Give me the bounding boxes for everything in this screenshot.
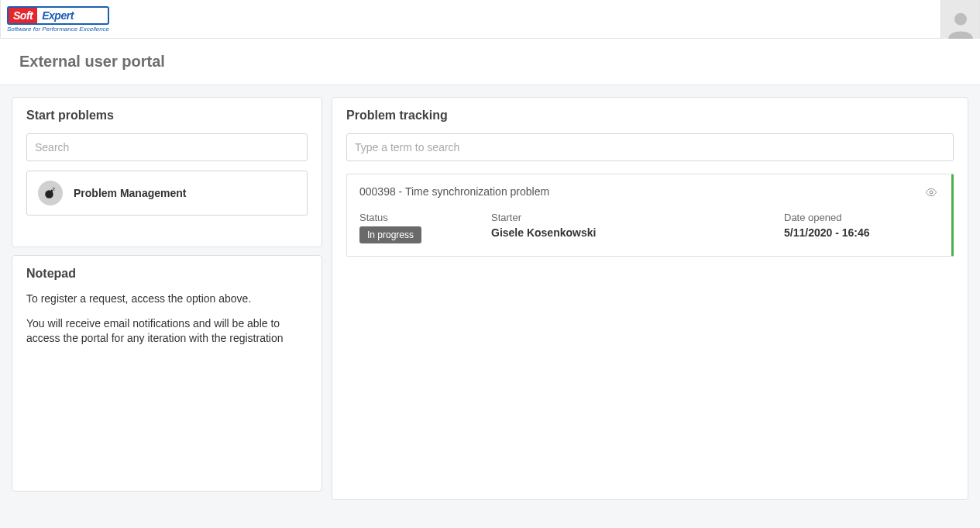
top-header: Soft Expert Software for Performance Exc… — [0, 0, 980, 39]
view-button[interactable] — [925, 187, 939, 201]
problem-tracking-heading: Problem tracking — [346, 109, 954, 123]
notepad-heading: Notepad — [26, 267, 308, 281]
notepad-line-2: You will receive email notifications and… — [26, 316, 308, 347]
user-avatar[interactable] — [940, 0, 979, 39]
problem-tracking-search-input[interactable] — [346, 133, 954, 161]
person-icon — [946, 9, 975, 39]
start-problems-panel: Start problems Problem Management — [12, 97, 322, 247]
svg-point-3 — [930, 191, 933, 194]
svg-point-0 — [954, 12, 967, 25]
date-opened-value: 5/11/2020 - 16:46 — [784, 226, 870, 239]
page-title: External user portal — [19, 53, 961, 71]
logo-tagline: Software for Performance Excellence — [7, 26, 109, 33]
problem-type-card[interactable]: Problem Management — [26, 171, 308, 216]
notepad-panel: Notepad To register a request, access th… — [12, 255, 322, 492]
page-title-bar: External user portal — [0, 39, 980, 85]
tracking-item-title: 000398 - Time synchronization problem — [359, 185, 939, 198]
eye-icon — [925, 188, 937, 197]
start-problems-heading: Start problems — [26, 109, 308, 123]
status-label: Status — [359, 212, 476, 223]
app-logo[interactable]: Soft Expert Software for Performance Exc… — [7, 6, 109, 33]
problem-type-label: Problem Management — [74, 187, 186, 199]
problem-tracking-panel: Problem tracking 000398 - Time synchroni… — [332, 97, 968, 500]
notepad-line-1: To register a request, access the option… — [26, 292, 308, 307]
date-opened-label: Date opened — [784, 212, 939, 223]
bomb-icon — [38, 181, 63, 205]
start-problems-search-input[interactable] — [26, 133, 308, 161]
starter-label: Starter — [491, 212, 769, 223]
starter-value: Gisele Kosenkowski — [491, 226, 596, 239]
logo-text-left: Soft — [9, 8, 37, 23]
content-area: Start problems Problem Management Notepa… — [0, 85, 980, 512]
tracking-item[interactable]: 000398 - Time synchronization problem St… — [346, 174, 954, 257]
logo-text-right: Expert — [37, 8, 78, 23]
status-badge: In progress — [359, 226, 421, 243]
